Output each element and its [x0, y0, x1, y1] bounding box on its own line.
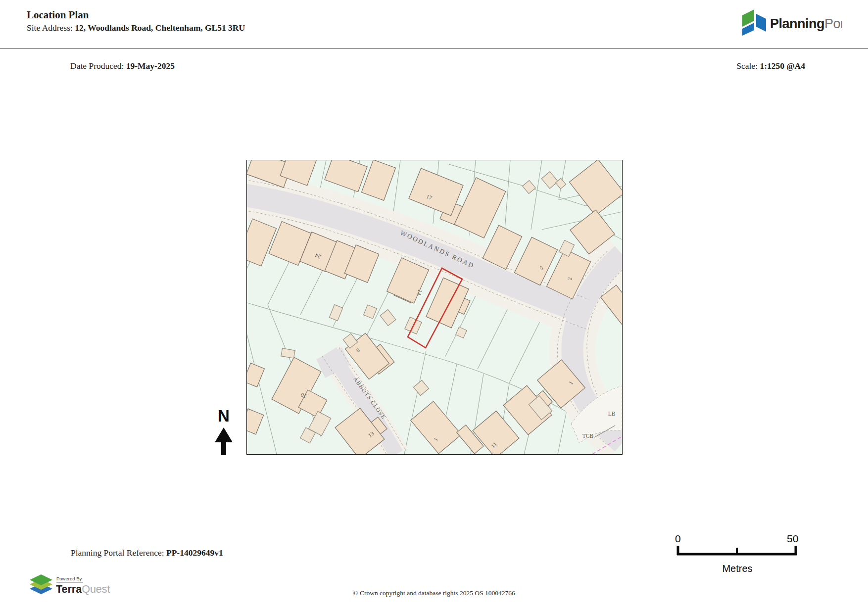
building: [523, 181, 536, 194]
map-scale-note: Scale: 1:1250 @A4: [736, 61, 805, 71]
building: [364, 305, 377, 319]
building: [411, 401, 462, 454]
reference-label: Planning Portal Reference:: [71, 548, 166, 558]
logo-text-light: Portal: [824, 16, 842, 31]
building: [541, 172, 558, 189]
building: [281, 348, 295, 358]
building: [414, 380, 429, 396]
map-scale-label: Scale:: [736, 61, 760, 71]
site-address-value: 12, Woodlands Road, Cheltenham, GL51 3RU: [75, 23, 245, 33]
os-map: WOODLANDS ROADABBOTS CLOSE17241452610131…: [247, 160, 622, 454]
planning-portal-cube-icon: [742, 9, 766, 36]
location-plan-document: { "header": { "title": "Location Plan", …: [0, 0, 868, 614]
building: [380, 310, 396, 326]
reference-value: PP-14029649v1: [166, 548, 223, 558]
north-arrow-icon: [213, 426, 235, 456]
building: [247, 219, 276, 266]
map-scale-value: 1:1250 @A4: [760, 61, 805, 71]
north-indicator: N: [212, 407, 236, 456]
logo-text-bold: Planning: [770, 16, 824, 31]
house-number-label: LB: [608, 411, 616, 417]
building: [325, 160, 367, 192]
scale-bar-end: 50: [787, 533, 798, 544]
north-label: N: [212, 407, 236, 425]
header-divider: [0, 48, 868, 48]
page-title: Location Plan: [27, 9, 89, 21]
scale-bar-rule: [677, 546, 797, 555]
house-number-label: TCB: [582, 433, 594, 439]
site-address-label: Site Address:: [27, 23, 75, 33]
building: [569, 160, 622, 216]
scale-bar-units: Metres: [672, 563, 803, 574]
date-produced-value: 19-May-2025: [126, 61, 175, 71]
crown-copyright: © Crown copyright and database rights 20…: [0, 589, 868, 597]
building: [456, 327, 467, 338]
date-produced: Date Produced: 19-May-2025: [70, 61, 175, 71]
svg-text:PlanningPortal: PlanningPortal: [770, 16, 842, 31]
scale-bar: 0 50: [672, 532, 803, 558]
building: [247, 409, 264, 434]
site-address: Site Address: 12, Woodlands Road, Chelte…: [27, 23, 245, 33]
building: [329, 305, 342, 321]
terraquest-powered-by: Powered By: [56, 576, 82, 581]
date-produced-label: Date Produced:: [70, 61, 126, 71]
building: [247, 363, 264, 387]
planning-portal-logo: PlanningPortal: [738, 8, 842, 37]
planning-portal-reference: Planning Portal Reference: PP-14029649v1: [71, 548, 223, 558]
location-plan-map: WOODLANDS ROADABBOTS CLOSE17241452610131…: [246, 160, 623, 455]
scale-bar-start: 0: [675, 533, 681, 544]
